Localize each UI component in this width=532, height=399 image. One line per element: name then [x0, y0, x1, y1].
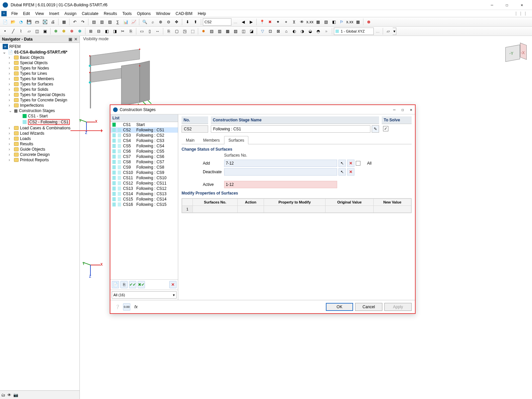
cs-list-item[interactable]: CS13Following : CS12 [110, 186, 178, 191]
menu-calculate[interactable]: Calculate [79, 11, 101, 17]
render3-icon[interactable]: ◒ [307, 28, 314, 35]
toolbar-overflow[interactable]: » [323, 29, 330, 34]
tree-item[interactable]: ›Types for Special Objects [0, 92, 79, 97]
tree-item[interactable]: ›Types for Nodes [0, 66, 79, 71]
navigator-tree[interactable]: R RFEM ⌄ 📄 01-CSA-Building-START.rf6* ›B… [0, 43, 79, 390]
section2-icon[interactable]: ▯ [146, 28, 153, 35]
clip-icon[interactable]: ⌂ [283, 28, 290, 35]
more3-icon[interactable]: ◧ [103, 28, 110, 35]
tree-item[interactable]: ›Types for Solids [0, 87, 79, 92]
modify-row-1[interactable]: 1 [182, 206, 193, 213]
misc5-icon[interactable]: x.xx [306, 18, 314, 26]
copy-icon[interactable]: ⎘ [165, 28, 172, 35]
navigation-cube[interactable]: -Y -X [501, 42, 526, 66]
menu-view[interactable]: View [33, 11, 47, 17]
tree-cs1[interactable]: CS1 - Start [0, 113, 79, 119]
zoom-in-icon[interactable]: ⊕ [157, 18, 164, 26]
tree-item[interactable]: ›Types for Surfaces [0, 81, 79, 87]
report2-icon[interactable]: 📈 [130, 18, 137, 26]
tree-item[interactable]: ›Load Cases & Combinations [0, 125, 79, 131]
navigator-close-icon[interactable]: ✕ [74, 37, 77, 42]
name-input[interactable]: Following : CS1 [211, 125, 370, 133]
report-icon[interactable]: 📊 [122, 18, 129, 26]
menu-cad-bim[interactable]: CAD-BIM [173, 11, 195, 17]
tree-item[interactable]: ›Types for Concrete Design [0, 97, 79, 103]
load-red-icon[interactable]: ✽ [68, 28, 75, 35]
cs-list-item[interactable]: CS8Following : CS7 [110, 159, 178, 165]
cs-list-item[interactable]: CS11Following : CS10 [110, 175, 178, 181]
tree-project[interactable]: ⌄ 📄 01-CSA-Building-START.rf6* [0, 50, 79, 55]
redo-icon[interactable]: ↷ [79, 18, 86, 26]
table1-icon[interactable]: ▤ [90, 18, 97, 26]
cs-list-item[interactable]: CS5Following : CS4 [110, 143, 178, 149]
solve-checkbox[interactable]: ✓ [383, 126, 388, 131]
dim-icon[interactable]: ↔ [154, 28, 161, 35]
cs-list[interactable]: CS1StartCS2Following : CS1CS3Following :… [110, 122, 178, 279]
table2-icon[interactable]: ▥ [98, 18, 105, 26]
camera-icon[interactable]: 📷 [13, 393, 18, 397]
tree-cs2[interactable]: CS2 - Following : CS1 [0, 119, 79, 125]
all-checkbox[interactable] [356, 161, 360, 166]
cs-list-item[interactable]: CS6Following : CS5 [110, 149, 178, 154]
tree-item[interactable]: ›Basic Objects [0, 55, 79, 60]
tree-item[interactable]: ›Types for Lines [0, 71, 79, 76]
tree-item[interactable]: ›Printout Reports [0, 157, 79, 163]
more6-icon[interactable]: ⎘ [127, 28, 134, 35]
view1-icon[interactable]: ⊡ [267, 28, 274, 35]
cs-list-item[interactable]: CS10Following : CS9 [110, 170, 178, 175]
coord-system-selector[interactable]: 1 - Global XYZ [334, 28, 374, 35]
box-icon[interactable]: ▢ [173, 28, 180, 35]
tree-item[interactable]: ›Special Objects [0, 60, 79, 66]
more1-icon[interactable]: ⊞ [87, 28, 94, 35]
layer1-icon[interactable]: ▤ [208, 28, 215, 35]
funnel-orange-icon[interactable]: ✹ [200, 28, 207, 35]
add-pick-icon[interactable]: ↖ [338, 160, 346, 167]
menu-tools[interactable]: Tools [120, 11, 134, 17]
ok-button[interactable]: OK [326, 303, 353, 311]
flag-icon[interactable]: 🏳 [338, 18, 345, 26]
cancel-button[interactable]: Cancel [355, 303, 382, 311]
menu-assign[interactable]: Assign [62, 11, 79, 17]
misc7-icon[interactable]: ▧ [322, 18, 330, 26]
render4-icon[interactable]: ◓ [315, 28, 322, 35]
eye-icon[interactable]: 👁 [7, 393, 11, 397]
maximize-button[interactable]: ☐ [499, 0, 514, 10]
apply-button[interactable]: Apply [384, 303, 412, 311]
line-icon[interactable]: ╱ [9, 28, 17, 35]
cs-list-item[interactable]: CS2Following : CS1 [110, 127, 178, 133]
cs-delete-icon[interactable]: ✕ [169, 281, 177, 288]
zoom-window-icon[interactable]: ⌕ [149, 18, 156, 26]
units-icon[interactable]: 0.00 [123, 303, 130, 311]
cs-list-item[interactable]: CS4Following : CS3 [110, 138, 178, 143]
open-icon[interactable]: 📂 [9, 18, 17, 26]
menu-overflow[interactable]: ｜｜｜ [514, 11, 531, 16]
cs-list-item[interactable]: CS1Start [110, 122, 178, 127]
render2-icon[interactable]: ◑ [299, 28, 306, 35]
menu-file[interactable]: File [9, 11, 20, 17]
load-green-icon[interactable]: ✽ [52, 28, 60, 35]
tree-root[interactable]: R RFEM [0, 44, 79, 50]
delete-red-icon[interactable]: ✖ [266, 18, 274, 26]
deactivate-pick-icon[interactable]: ↖ [338, 168, 346, 176]
misc8-icon[interactable]: ◧ [330, 18, 337, 26]
render-icon[interactable]: ◐ [291, 28, 298, 35]
workplane-dropdown[interactable]: ▾ [393, 28, 396, 35]
tree-item[interactable]: ›Types for Members [0, 76, 79, 81]
menu-edit[interactable]: Edit [20, 11, 33, 17]
layer3-icon[interactable]: ▦ [224, 28, 231, 35]
load2-icon[interactable]: ⬆ [192, 18, 199, 26]
tree-item[interactable]: ›Imperfections [0, 103, 79, 108]
select-icon[interactable]: ⬚ [189, 28, 196, 35]
tab-surfaces[interactable]: Surfaces [224, 136, 248, 144]
calc-icon[interactable]: ∑ [114, 18, 121, 26]
minimize-button[interactable]: — [484, 0, 499, 10]
eye-icon[interactable]: 👁 [298, 18, 306, 26]
misc9-icon[interactable]: x.xx [346, 18, 353, 26]
grid-icon[interactable]: ▦ [60, 18, 67, 26]
cube-icon[interactable]: ◫ [240, 28, 247, 35]
menu-insert[interactable]: Insert [47, 11, 62, 17]
navigator-pin-icon[interactable]: ▣ [68, 37, 72, 42]
tab-main[interactable]: Main [182, 136, 199, 144]
filter-icon[interactable]: ▽ [259, 28, 266, 35]
name-edit-icon[interactable]: ✎ [372, 125, 379, 133]
